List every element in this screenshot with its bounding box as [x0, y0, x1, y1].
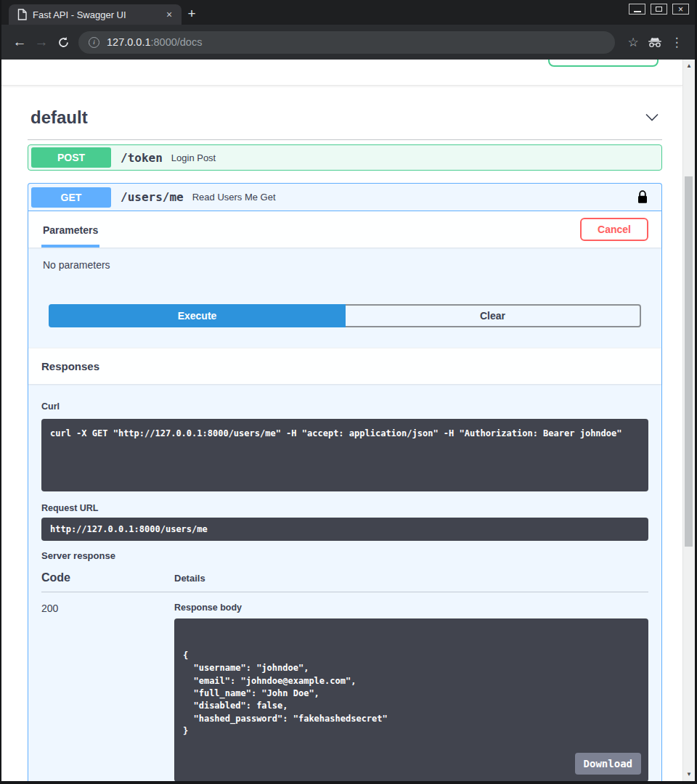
- response-body-block: { "username": "johndoe", "email": "johnd…: [174, 618, 648, 781]
- tab-title: Fast API - Swagger UI: [33, 9, 163, 20]
- cancel-button[interactable]: Cancel: [580, 218, 648, 241]
- minimize-icon: [634, 11, 641, 12]
- get-path: /users/me: [121, 190, 184, 204]
- response-body-label: Response body: [174, 603, 648, 613]
- operations-wrapper: default POST /token Login Post GET /user…: [1, 107, 682, 781]
- lock-icon[interactable]: [637, 190, 648, 204]
- status-code: 200: [41, 603, 174, 781]
- execute-row: Execute Clear: [49, 304, 641, 327]
- response-row-200: 200 Response body { "username": "johndoe…: [41, 592, 648, 781]
- clear-button[interactable]: Clear: [346, 304, 641, 327]
- new-tab-button[interactable]: +: [182, 4, 202, 25]
- window-controls: ×: [629, 4, 689, 15]
- address-bar[interactable]: i 127.0.0.1 :8000/docs: [78, 31, 615, 54]
- scheme-container: [1, 60, 682, 86]
- request-url-block: http://127.0.0.1:8000/users/me: [41, 518, 648, 541]
- tag-title: default: [30, 107, 88, 128]
- get-summary: Read Users Me Get: [192, 192, 276, 203]
- tab-close-icon[interactable]: ×: [163, 8, 176, 21]
- close-window-button[interactable]: ×: [672, 4, 689, 15]
- page-scrollbar: ▲ ▼: [682, 60, 695, 781]
- get-method-badge: GET: [31, 187, 111, 208]
- responses-body: Curl curl -X GET "http://127.0.0.1:8000/…: [28, 384, 661, 781]
- parameters-header: Parameters Cancel: [28, 211, 661, 248]
- tag-section-default[interactable]: default: [28, 107, 662, 140]
- tab-parameters: Parameters: [41, 221, 99, 248]
- chevron-down-icon[interactable]: [645, 111, 659, 124]
- responses-title: Responses: [41, 360, 99, 372]
- maximize-button[interactable]: [651, 4, 667, 15]
- server-response-label: Server response: [41, 550, 648, 561]
- page-content: default POST /token Login Post GET /user…: [1, 60, 695, 781]
- reload-button[interactable]: [52, 31, 74, 53]
- maximize-icon: [656, 7, 662, 12]
- opblock-post-token[interactable]: POST /token Login Post: [28, 144, 662, 171]
- scroll-down-icon[interactable]: ▼: [683, 769, 695, 780]
- execute-button[interactable]: Execute: [49, 304, 346, 327]
- browser-menu-icon[interactable]: ⋮: [666, 31, 688, 53]
- scrollbar-thumb[interactable]: [685, 176, 693, 547]
- response-details: Response body { "username": "johndoe", "…: [174, 603, 648, 781]
- scroll-up-icon[interactable]: ▲: [683, 61, 695, 71]
- response-body-json: { "username": "johndoe", "email": "johnd…: [183, 650, 640, 738]
- document-icon: [17, 9, 27, 20]
- response-table-header: Code Details: [41, 571, 648, 592]
- minimize-button[interactable]: [629, 4, 645, 15]
- details-column-header: Details: [174, 573, 205, 584]
- post-summary: Login Post: [171, 152, 216, 163]
- tab-strip: Fast API - Swagger UI × + ×: [1, 0, 695, 25]
- no-parameters-text: No parameters: [43, 259, 647, 271]
- bookmark-star-icon[interactable]: ☆: [622, 31, 644, 53]
- back-button[interactable]: ←: [9, 31, 30, 53]
- authorize-button[interactable]: [548, 60, 659, 67]
- swagger-ui: default POST /token Login Post GET /user…: [1, 60, 682, 781]
- responses-header: Responses: [28, 348, 661, 384]
- download-button[interactable]: Download: [575, 753, 641, 775]
- parameters-body: No parameters Execute Clear: [28, 248, 661, 348]
- code-column-header: Code: [41, 571, 174, 584]
- browser-toolbar: ← → i 127.0.0.1 :8000/docs ☆ ⋮: [1, 25, 695, 60]
- post-method-badge: POST: [31, 147, 111, 168]
- browser-window: Fast API - Swagger UI × + × ← → i 127.0.…: [1, 0, 695, 781]
- incognito-icon: [644, 31, 666, 53]
- site-info-icon[interactable]: i: [89, 37, 99, 48]
- opblock-get-users-me: GET /users/me Read Users Me Get Paramete…: [28, 183, 662, 781]
- curl-label: Curl: [41, 401, 648, 412]
- forward-button[interactable]: →: [30, 31, 52, 53]
- url-host: 127.0.0.1: [107, 36, 150, 48]
- browser-tab[interactable]: Fast API - Swagger UI ×: [9, 4, 182, 25]
- url-path: :8000/docs: [150, 36, 202, 48]
- post-path: /token: [121, 151, 163, 165]
- curl-command-block: curl -X GET "http://127.0.0.1:8000/users…: [41, 419, 648, 491]
- request-url-label: Request URL: [41, 503, 648, 513]
- get-summary-row[interactable]: GET /users/me Read Users Me Get: [28, 184, 661, 211]
- server-response-table: Code Details 200 Response body { "userna…: [41, 571, 648, 781]
